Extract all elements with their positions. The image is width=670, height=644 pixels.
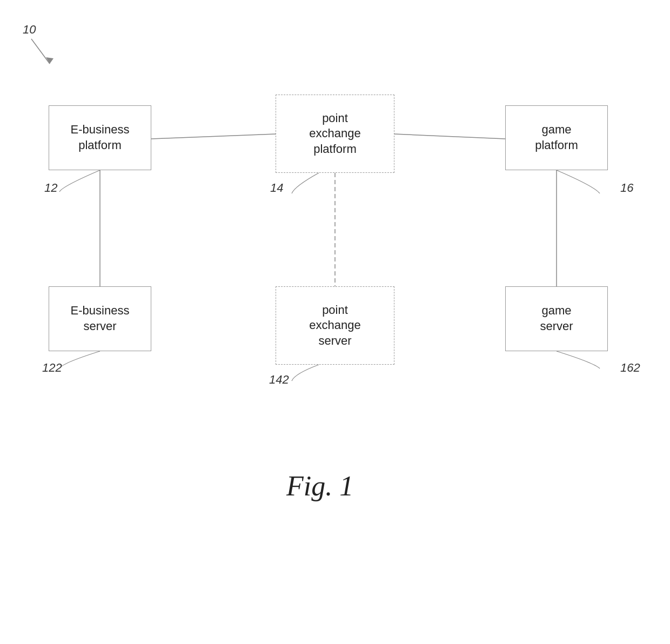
node-game-server: game server <box>505 286 608 351</box>
svg-line-2 <box>151 134 276 139</box>
ref-122: 122 <box>42 361 62 375</box>
node-game-server-label: game server <box>540 303 573 334</box>
node-ebusiness-platform: E-business platform <box>49 105 151 170</box>
node-game-platform: game platform <box>505 105 608 170</box>
ref-10: 10 <box>23 23 36 37</box>
svg-line-3 <box>394 134 505 139</box>
node-game-platform-label: game platform <box>535 122 578 153</box>
ref-142: 142 <box>269 373 289 387</box>
node-ebusiness-server-label: E-business server <box>71 303 130 334</box>
svg-marker-1 <box>46 57 53 64</box>
svg-line-0 <box>31 39 50 64</box>
node-ebusiness-platform-label: E-business platform <box>71 122 130 153</box>
node-point-exchange-platform-label: point exchange platform <box>309 111 360 157</box>
node-ebusiness-server: E-business server <box>49 286 151 351</box>
figure-label: Fig. 1 <box>286 470 353 502</box>
node-point-exchange-platform: point exchange platform <box>276 95 394 173</box>
ref-16: 16 <box>620 181 633 195</box>
diagram-container: 10 E-business platform 12 <box>0 0 670 644</box>
ref-162: 162 <box>620 361 640 375</box>
ref-12: 12 <box>44 181 57 195</box>
node-point-exchange-server: point exchange server <box>276 286 394 365</box>
ref-14: 14 <box>270 181 283 195</box>
node-point-exchange-server-label: point exchange server <box>309 303 360 349</box>
